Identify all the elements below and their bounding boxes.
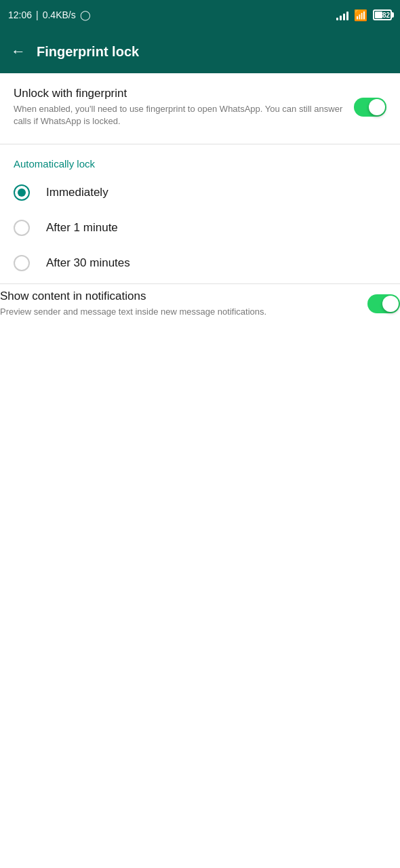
auto-lock-section-label: Automatically lock	[0, 147, 400, 175]
battery-level: 82	[382, 12, 390, 19]
radio-label-after1min: After 1 minute	[46, 221, 118, 235]
radio-circle-after1min	[14, 220, 30, 236]
notifications-toggle-thumb	[382, 296, 399, 312]
radio-after1min[interactable]: After 1 minute	[0, 210, 400, 245]
content: Unlock with fingerprint When enabled, yo…	[0, 73, 400, 321]
notifications-toggle[interactable]	[367, 294, 400, 313]
unlock-fingerprint-item[interactable]: Unlock with fingerprint When enabled, yo…	[0, 73, 400, 141]
status-bar: 12:06 | 0.4KB/s ◯ 📶 82	[0, 0, 400, 30]
wifi-icon: 📶	[354, 9, 367, 22]
separator: |	[36, 9, 39, 20]
notifications-title: Show content in notifications	[0, 290, 357, 303]
network-speed: 0.4KB/s	[43, 9, 76, 20]
radio-label-immediately: Immediately	[46, 186, 108, 199]
status-right: 📶 82	[336, 9, 392, 22]
unlock-fingerprint-toggle[interactable]	[354, 98, 386, 117]
unlock-fingerprint-description: When enabled, you'll need to use fingerp…	[14, 103, 343, 127]
divider-2	[0, 283, 400, 284]
battery-icon: 82	[373, 9, 392, 20]
notifications-item[interactable]: Show content in notifications Preview se…	[0, 287, 400, 321]
back-button[interactable]: ←	[11, 43, 26, 60]
radio-after30min[interactable]: After 30 minutes	[0, 245, 400, 281]
status-left: 12:06 | 0.4KB/s ◯	[8, 9, 91, 20]
radio-label-after30min: After 30 minutes	[46, 256, 130, 270]
toggle-thumb	[369, 99, 385, 115]
toolbar: ← Fingerprint lock	[0, 30, 400, 73]
time-display: 12:06	[8, 9, 32, 20]
notifications-toggle-track	[367, 294, 400, 313]
divider-1	[0, 144, 400, 144]
notifications-description: Preview sender and message text inside n…	[0, 306, 357, 318]
radio-inner-immediately	[18, 189, 26, 197]
toggle-track	[354, 98, 386, 117]
page-title: Fingerprint lock	[37, 44, 139, 60]
alarm-icon: ◯	[80, 9, 91, 20]
notifications-text: Show content in notifications Preview se…	[0, 290, 367, 318]
radio-immediately[interactable]: Immediately	[0, 175, 400, 210]
unlock-fingerprint-text: Unlock with fingerprint When enabled, yo…	[14, 87, 354, 127]
radio-circle-after30min	[14, 255, 30, 271]
unlock-fingerprint-title: Unlock with fingerprint	[14, 87, 343, 100]
signal-icon	[336, 9, 348, 20]
radio-circle-immediately	[14, 184, 30, 201]
